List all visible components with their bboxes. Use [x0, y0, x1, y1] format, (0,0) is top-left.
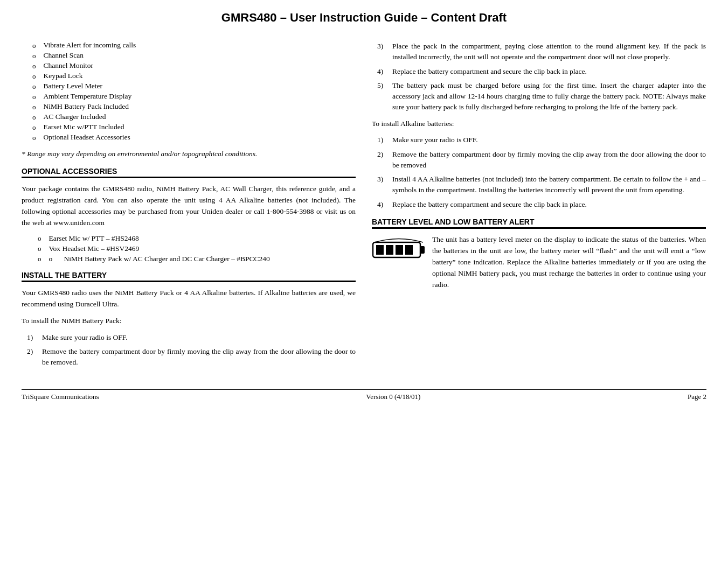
bullet-item: AC Charger Included — [32, 113, 356, 122]
install-divider — [22, 281, 356, 282]
left-column: Vibrate Alert for incoming callsChannel … — [22, 41, 356, 373]
bullet-item: Channel Scan — [32, 51, 356, 60]
optional-accessories-heading: OPTIONAL ACCESSORIES — [22, 167, 356, 176]
optional-sub-item: Vox Headset Mic – #HSV2469 — [38, 244, 356, 253]
svg-rect-2 — [376, 245, 384, 255]
alkaline-intro: To install Alkaline batteries: — [372, 118, 706, 130]
install-body1: Your GMRS480 radio uses the NiMH Battery… — [22, 288, 356, 310]
battery-divider — [372, 227, 706, 229]
optional-sub-item: oNiMH Battery Pack w/ AC Charger and DC … — [38, 255, 356, 263]
right-column: 3)Place the pack in the compartment, pay… — [372, 41, 706, 373]
svg-rect-4 — [396, 245, 403, 255]
page-title: GMRS480 – User Instruction Guide – Conte… — [22, 11, 706, 25]
svg-rect-3 — [386, 245, 393, 255]
svg-rect-5 — [405, 245, 413, 255]
footer-right: Page 2 — [688, 393, 706, 401]
alkaline-numbered: 1)Make sure your radio is OFF.2)Remove t… — [377, 135, 706, 210]
bullet-item: Earset Mic w/PTT Included — [32, 123, 356, 132]
battery-body: The unit has a battery level meter on th… — [432, 234, 706, 291]
bullet-item: Optional Headset Accessories — [32, 133, 356, 142]
alkaline-numbered-item: 4)Replace the battery compartment and se… — [377, 199, 706, 210]
optional-divider — [22, 177, 356, 178]
alkaline-numbered-item: 2)Remove the battery compartment door by… — [377, 149, 706, 171]
feature-bullet-list: Vibrate Alert for incoming callsChannel … — [32, 41, 356, 142]
install-body2: To install the NiMH Battery Pack: — [22, 316, 356, 327]
bullet-item: Keypad Lock — [32, 72, 356, 81]
optional-sub-item: Earset Mic w/ PTT – #HS2468 — [38, 234, 356, 243]
optional-body: Your package contains the GMRS480 radio,… — [22, 184, 356, 229]
footer: TriSquare Communications Version 0 (4/18… — [22, 389, 706, 401]
optional-sub-list: Earset Mic w/ PTT – #HS2468Vox Headset M… — [38, 234, 356, 263]
bullet-item: NiMH Battery Pack Included — [32, 102, 356, 111]
install-numbered-item: 1)Make sure your radio is OFF. — [27, 332, 356, 343]
svg-rect-1 — [420, 246, 425, 254]
battery-heading: BATTERY LEVEL AND LOW BATTERY ALERT — [372, 218, 706, 226]
install-numbered-list: 1)Make sure your radio is OFF.2)Remove t… — [27, 332, 356, 368]
battery-level-area: The unit has a battery level meter on th… — [372, 234, 706, 291]
italic-note: * Range may vary depending on environmen… — [22, 149, 356, 159]
footer-center: Version 0 (4/18/01) — [366, 393, 420, 401]
install-numbered-item: 2)Remove the battery compartment door by… — [27, 346, 356, 368]
alkaline-numbered-item: 3)Install 4 AA Alkaline batteries (not i… — [377, 174, 706, 196]
right-numbered-item: 5)The battery pack must be charged befor… — [377, 80, 706, 113]
battery-level-icon — [372, 234, 426, 264]
right-numbered-top: 3)Place the pack in the compartment, pay… — [377, 41, 706, 113]
right-numbered-item: 4)Replace the battery compartment and se… — [377, 66, 706, 77]
right-numbered-item: 3)Place the pack in the compartment, pay… — [377, 41, 706, 63]
footer-left: TriSquare Communications — [22, 393, 99, 401]
bullet-item: Battery Level Meter — [32, 82, 356, 91]
install-heading: INSTALL THE BATTERY — [22, 271, 356, 279]
bullet-item: Vibrate Alert for incoming calls — [32, 41, 356, 50]
bullet-item: Channel Monitor — [32, 61, 356, 71]
alkaline-numbered-item: 1)Make sure your radio is OFF. — [377, 135, 706, 145]
bullet-item: Ambient Temperature Display — [32, 92, 356, 101]
